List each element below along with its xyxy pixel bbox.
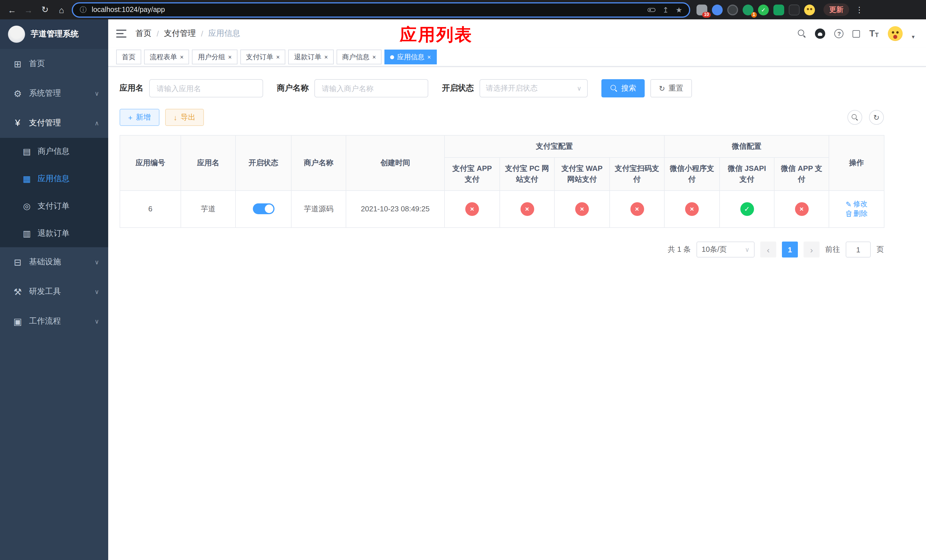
extension-badge: 10 <box>702 12 711 17</box>
site-info-icon[interactable]: ⓘ <box>80 5 86 15</box>
extension-pin-icon[interactable] <box>789 4 800 15</box>
tab-pay-order[interactable]: 支付订单× <box>240 50 286 64</box>
app-name-input[interactable] <box>149 79 263 97</box>
user-avatar[interactable] <box>888 26 903 41</box>
add-button[interactable]: + 新增 <box>120 109 159 126</box>
edit-icon: ✎ <box>846 200 852 208</box>
chrome-update-button[interactable]: 更新 <box>823 3 849 16</box>
wechat-app-status-icon: × <box>795 202 808 216</box>
sidebar-item-workflow[interactable]: ▣ 工作流程 ∨ <box>0 306 108 336</box>
sidebar-collapse-icon[interactable] <box>116 30 126 38</box>
bookmark-star-icon[interactable]: ★ <box>676 5 682 14</box>
merchant-name-input[interactable] <box>314 79 428 97</box>
reset-button[interactable]: ↻ 重置 <box>651 79 692 97</box>
password-key-icon[interactable] <box>648 8 656 12</box>
sidebar-logo[interactable]: 芋道管理系统 <box>0 20 108 49</box>
tab-app-info[interactable]: 应用信息× <box>384 50 437 64</box>
next-page-button[interactable]: › <box>803 242 820 257</box>
search-icon[interactable] <box>798 30 806 38</box>
col-group-wechat: 微信配置 <box>664 135 829 157</box>
sidebar-item-label: 系统管理 <box>29 88 61 98</box>
tab-label: 商户信息 <box>342 52 369 62</box>
close-icon[interactable]: × <box>180 54 184 60</box>
toggle-search-button[interactable] <box>847 110 862 125</box>
sidebar-item-merchant-info[interactable]: ▤ 商户信息 <box>0 138 108 165</box>
github-icon[interactable] <box>815 29 826 39</box>
search-button[interactable]: 搜索 <box>601 79 645 97</box>
breadcrumb-payment[interactable]: 支付管理 <box>164 29 196 39</box>
close-icon[interactable]: × <box>324 54 328 60</box>
sidebar-item-system[interactable]: ⚙ 系统管理 ∨ <box>0 79 108 108</box>
tab-merchant-info[interactable]: 商户信息× <box>337 50 382 64</box>
prev-page-button[interactable]: ‹ <box>760 242 776 257</box>
edit-link[interactable]: ✎修改 <box>846 199 868 209</box>
sidebar-item-infrastructure[interactable]: ⊟ 基础设施 ∨ <box>0 247 108 277</box>
tab-refund-order[interactable]: 退款订单× <box>289 50 334 64</box>
total-count: 共 1 条 <box>668 244 691 255</box>
close-icon[interactable]: × <box>276 54 280 60</box>
sidebar-item-pay-order[interactable]: ◎ 支付订单 <box>0 192 108 220</box>
tab-home[interactable]: 首页 <box>116 50 141 64</box>
avatar-caret-icon[interactable]: ▾ <box>912 33 915 40</box>
chevron-down-icon: ∨ <box>95 318 99 325</box>
extension-blue-icon[interactable] <box>712 4 723 15</box>
sidebar-item-payment[interactable]: ¥ 支付管理 ∧ <box>0 108 108 138</box>
order-icon: ◎ <box>21 201 33 211</box>
goto-label: 前往 <box>825 244 840 255</box>
tab-label: 退款订单 <box>294 52 321 62</box>
share-icon[interactable]: ↥ <box>663 5 669 14</box>
tab-process-form[interactable]: 流程表单× <box>144 50 189 64</box>
goto-page-input[interactable] <box>846 242 871 257</box>
sidebar-item-label: 工作流程 <box>29 316 61 327</box>
page-number-1[interactable]: 1 <box>782 242 798 257</box>
home-icon[interactable]: ⌂ <box>55 3 68 16</box>
fullscreen-icon[interactable] <box>853 30 860 37</box>
extension-green-check-icon[interactable]: ✓ <box>758 4 769 15</box>
sidebar-item-home[interactable]: ⊞ 首页 <box>0 49 108 79</box>
tab-label: 流程表单 <box>150 52 177 62</box>
reset-button-label: 重置 <box>669 83 683 94</box>
url-text[interactable]: localhost:1024/pay/app <box>92 6 643 14</box>
extension-puzzle-icon[interactable]: 10 <box>696 4 707 15</box>
forward-icon[interactable]: → <box>22 3 35 16</box>
sidebar-item-refund-order[interactable]: ▥ 退款订单 <box>0 220 108 247</box>
app-name-label: 应用名 <box>120 83 144 94</box>
chevron-down-icon: ∨ <box>95 90 99 97</box>
infrastructure-icon: ⊟ <box>11 257 24 268</box>
help-icon[interactable]: ? <box>835 29 844 38</box>
page-size-select[interactable]: 10条/页 ∨ <box>696 242 755 257</box>
table-row: 6 芋道 芋道源码 2021-10-23 08:49:25 × × × × × … <box>120 190 884 228</box>
edit-label: 修改 <box>853 199 868 209</box>
col-alipay-wap: 支付宝 WAP 网站支付 <box>554 157 610 190</box>
close-icon[interactable]: × <box>228 54 232 60</box>
dashboard-icon: ⊞ <box>11 58 24 69</box>
close-icon[interactable]: × <box>427 54 431 60</box>
font-size-icon[interactable]: TT <box>869 29 879 38</box>
extension-green-avatar-icon[interactable]: 1 <box>743 4 754 15</box>
tab-user-group[interactable]: 用户分组× <box>192 50 238 64</box>
plus-icon: + <box>128 113 132 122</box>
close-icon[interactable]: × <box>372 54 376 60</box>
extension-chat-icon[interactable] <box>773 4 784 15</box>
active-dot <box>390 55 394 59</box>
status-toggle[interactable] <box>253 204 274 215</box>
back-icon[interactable]: ← <box>6 3 18 16</box>
reload-icon[interactable]: ↻ <box>39 3 51 16</box>
breadcrumb-home[interactable]: 首页 <box>136 29 151 39</box>
extension-dark-icon[interactable] <box>727 4 738 15</box>
delete-link[interactable]: 删除 <box>846 209 868 218</box>
browser-menu-icon[interactable]: ⋮ <box>855 5 863 14</box>
export-button[interactable]: ↓ 导出 <box>165 109 204 126</box>
payment-submenu: ▤ 商户信息 ▦ 应用信息 ◎ 支付订单 ▥ 退款订单 <box>0 138 108 247</box>
address-bar[interactable]: ⓘ localhost:1024/pay/app ↥ ★ <box>72 2 690 17</box>
extension-avatar-icon[interactable] <box>804 4 815 15</box>
sidebar-item-app-info[interactable]: ▦ 应用信息 <box>0 165 108 192</box>
add-button-label: 新增 <box>136 112 151 123</box>
status-select-placeholder: 请选择开启状态 <box>486 83 538 94</box>
sidebar-item-dev-tools[interactable]: ⚒ 研发工具 ∨ <box>0 277 108 306</box>
col-group-alipay: 支付宝配置 <box>445 135 664 157</box>
refresh-table-button[interactable]: ↻ <box>869 110 884 125</box>
download-icon: ↓ <box>173 113 177 122</box>
search-icon <box>610 85 617 92</box>
status-select[interactable]: 请选择开启状态 ∨ <box>480 79 588 97</box>
